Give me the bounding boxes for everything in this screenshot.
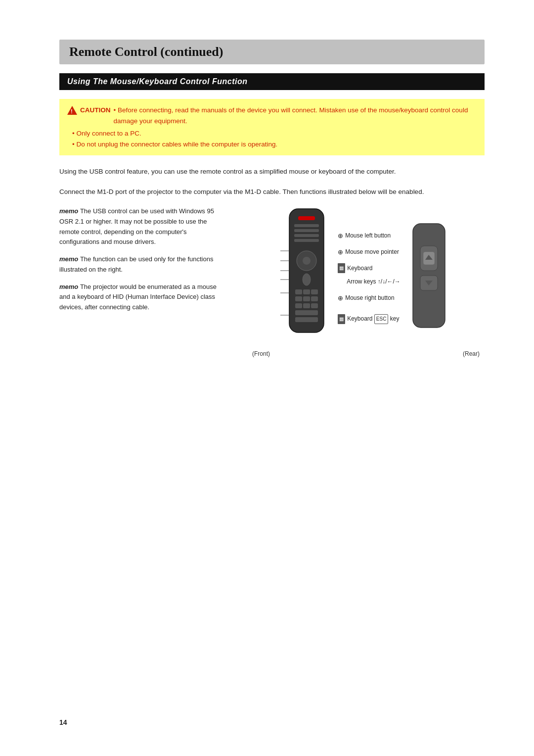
svg-point-8 bbox=[303, 274, 311, 285]
label-mouse-left: ⊕ Mouse left button bbox=[338, 230, 400, 241]
caution-bullets: • Only connect to a PC. • Do not unplug … bbox=[67, 128, 477, 149]
keyboard-icon: ▦ bbox=[338, 263, 345, 273]
label-keyboard-text: Keyboard bbox=[347, 263, 372, 274]
caution-bullet-2: • Only connect to a PC. bbox=[72, 128, 477, 139]
svg-rect-17 bbox=[311, 303, 318, 308]
svg-rect-3 bbox=[294, 229, 319, 232]
memo-2: memo The function can be used only for t… bbox=[59, 254, 227, 275]
rear-remote bbox=[410, 221, 447, 336]
diagram-wrapper: ⊕ Mouse left button ⊕ Mouse move pointer… bbox=[279, 206, 447, 346]
section-title-bar: Using The Mouse/Keyboard Control Functio… bbox=[59, 73, 485, 90]
label-arrow-keys-text: Arrow keys ↑/↓/←/→ bbox=[347, 277, 400, 287]
label-arrow-keys: Arrow keys ↑/↓/←/→ bbox=[338, 277, 400, 287]
label-keyboard-esc-text: Keyboard ESC key bbox=[347, 314, 399, 325]
svg-rect-16 bbox=[303, 303, 310, 308]
svg-rect-13 bbox=[303, 296, 310, 301]
memo-text-1: The USB control can be used with Windows… bbox=[59, 207, 214, 245]
label-mouse-right-text: Mouse right button bbox=[345, 293, 394, 304]
label-mouse-left-text: Mouse left button bbox=[345, 231, 391, 241]
svg-rect-5 bbox=[294, 239, 319, 242]
rear-caption: (Rear) bbox=[463, 350, 480, 357]
left-column: memo The USB control can be used with Wi… bbox=[59, 206, 227, 357]
svg-rect-15 bbox=[295, 303, 302, 308]
memo-text-3: The projector would be enumerated as a m… bbox=[59, 283, 217, 311]
svg-rect-9 bbox=[295, 289, 302, 294]
mouse-left-icon: ⊕ bbox=[338, 230, 343, 241]
page-title-bar: Remote Control (continued) bbox=[59, 40, 485, 64]
mouse-move-icon: ⊕ bbox=[338, 246, 343, 258]
remote-rear-svg bbox=[410, 221, 447, 335]
caution-box: CAUTION • Before connecting, read the ma… bbox=[59, 99, 485, 155]
caution-bullet-3: • Do not unplug the connector cables whi… bbox=[72, 139, 477, 150]
front-caption: (Front) bbox=[252, 350, 270, 357]
caution-header: CAUTION • Before connecting, read the ma… bbox=[67, 105, 477, 126]
page-title: Remote Control (continued) bbox=[69, 45, 223, 59]
esc-key-badge: ESC bbox=[374, 314, 389, 324]
label-keyboard-esc: ▦ Keyboard ESC key bbox=[338, 314, 400, 325]
memo-label-2: memo bbox=[59, 255, 80, 263]
caution-triangle-icon bbox=[67, 106, 77, 115]
svg-point-7 bbox=[303, 257, 311, 265]
body-para1: Using the USB control feature, you can u… bbox=[59, 166, 485, 177]
mouse-right-icon: ⊕ bbox=[338, 292, 343, 304]
label-mouse-move: ⊕ Mouse move pointer bbox=[338, 246, 400, 258]
section-title: Using The Mouse/Keyboard Control Functio… bbox=[67, 77, 248, 86]
keyboard-esc-icon: ▦ bbox=[338, 314, 345, 324]
svg-rect-2 bbox=[294, 224, 319, 227]
memo-1: memo The USB control can be used with Wi… bbox=[59, 206, 227, 247]
svg-rect-12 bbox=[295, 296, 302, 301]
memo-text-2: The function can be used only for the fu… bbox=[59, 255, 213, 273]
memo-label-3: memo bbox=[59, 283, 80, 290]
remote-front-svg bbox=[279, 206, 334, 345]
memo-label-1: memo bbox=[59, 207, 80, 215]
svg-rect-10 bbox=[303, 289, 310, 294]
svg-rect-4 bbox=[294, 234, 319, 237]
page-container: Remote Control (continued) Using The Mou… bbox=[0, 0, 534, 397]
body-para2: Connect the M1-D port of the projector t… bbox=[59, 187, 485, 197]
page-number: 14 bbox=[59, 718, 67, 726]
svg-rect-11 bbox=[311, 289, 318, 294]
memo-3: memo The projector would be enumerated a… bbox=[59, 282, 227, 313]
right-column: ⊕ Mouse left button ⊕ Mouse move pointer… bbox=[242, 206, 485, 357]
svg-rect-18 bbox=[295, 310, 318, 315]
remote-labels: ⊕ Mouse left button ⊕ Mouse move pointer… bbox=[338, 206, 400, 328]
remote-front bbox=[279, 206, 334, 346]
svg-rect-19 bbox=[295, 317, 318, 322]
caution-label: CAUTION bbox=[80, 105, 111, 116]
diagram-captions: (Front) (Rear) bbox=[242, 350, 485, 357]
svg-rect-14 bbox=[311, 296, 318, 301]
content-section: memo The USB control can be used with Wi… bbox=[59, 206, 485, 357]
svg-rect-1 bbox=[298, 216, 315, 220]
label-mouse-move-text: Mouse move pointer bbox=[345, 247, 399, 258]
label-mouse-right: ⊕ Mouse right button bbox=[338, 292, 400, 304]
caution-line-1: • Before connecting, read the manuals of… bbox=[114, 105, 477, 126]
label-keyboard: ▦ Keyboard bbox=[338, 263, 400, 274]
